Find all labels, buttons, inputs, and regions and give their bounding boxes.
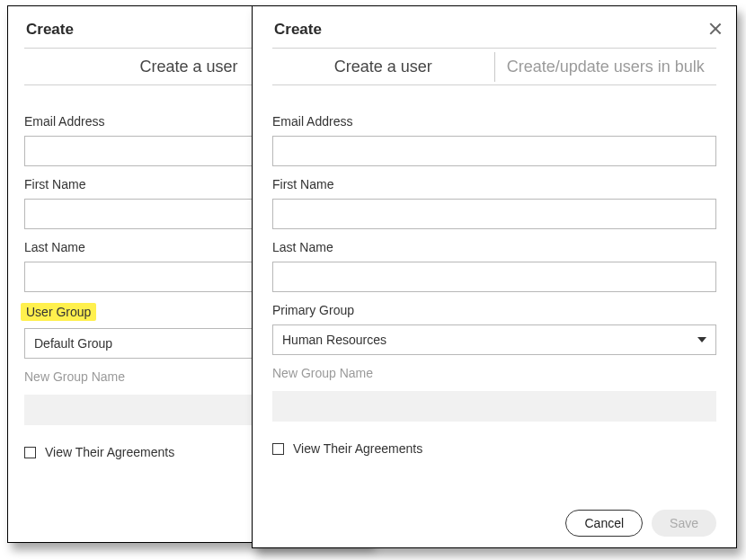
view-agreements-checkbox[interactable] [24, 447, 36, 458]
new-group-name-label: New Group Name [272, 366, 373, 380]
primary-group-value: Human Resources [282, 333, 386, 347]
chevron-down-icon [697, 337, 706, 342]
last-name-label: Last Name [24, 240, 85, 254]
cancel-button[interactable]: Cancel [565, 510, 643, 537]
new-group-name-input [272, 391, 716, 422]
view-agreements-label: View Their Agreements [293, 441, 422, 456]
create-panel-right: Create Create a user Create/update users… [252, 5, 737, 548]
tab-create-user[interactable]: Create a user [272, 52, 494, 82]
first-name-input[interactable] [272, 199, 716, 229]
last-name-label: Last Name [272, 240, 333, 254]
view-agreements-row: View Their Agreements [272, 441, 716, 456]
new-group-name-label: New Group Name [24, 369, 125, 384]
view-agreements-checkbox[interactable] [272, 443, 284, 455]
view-agreements-label: View Their Agreements [45, 445, 174, 459]
close-icon[interactable] [707, 21, 724, 37]
primary-group-label: Primary Group [272, 303, 354, 317]
email-input[interactable] [272, 136, 716, 166]
dialog-footer: Cancel Save [565, 510, 716, 537]
last-name-input[interactable] [272, 262, 716, 292]
first-name-label: First Name [272, 177, 333, 191]
panel-title: Create [274, 21, 716, 39]
email-label: Email Address [272, 114, 352, 129]
user-group-label: User Group [21, 303, 96, 321]
user-group-value: Default Group [34, 336, 112, 351]
primary-group-select[interactable]: Human Resources [272, 324, 716, 355]
first-name-label: First Name [24, 177, 85, 191]
email-label: Email Address [24, 114, 104, 129]
save-button: Save [652, 510, 716, 537]
tab-bulk-users[interactable]: Create/update users in bulk [494, 52, 717, 82]
tabs-right: Create a user Create/update users in bul… [272, 48, 716, 85]
